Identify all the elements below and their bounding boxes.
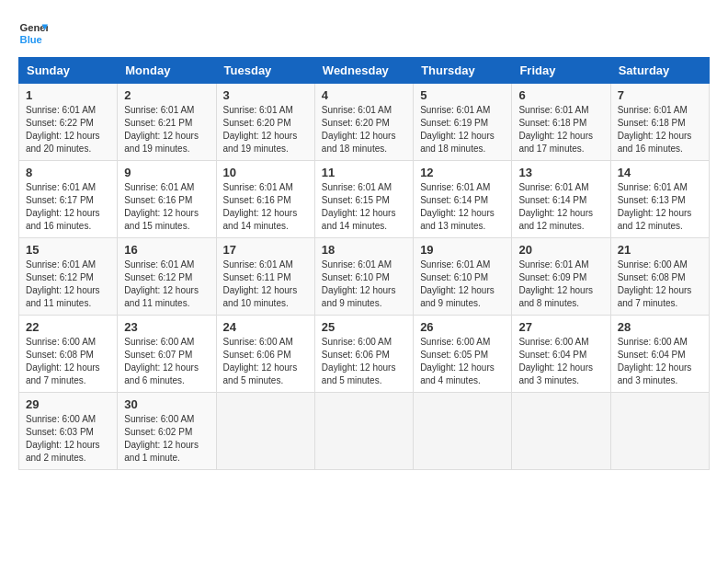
day-detail: Sunrise: 6:01 AMSunset: 6:17 PMDaylight:… [26, 181, 110, 233]
table-row: 29Sunrise: 6:00 AMSunset: 6:03 PMDayligh… [19, 393, 118, 470]
day-number: 2 [124, 88, 209, 102]
col-header-saturday: Saturday [610, 58, 709, 84]
table-row: 15Sunrise: 6:01 AMSunset: 6:12 PMDayligh… [19, 238, 118, 316]
day-detail: Sunrise: 6:01 AMSunset: 6:10 PMDaylight:… [322, 259, 406, 310]
col-header-monday: Monday [118, 58, 216, 84]
week-row: 29Sunrise: 6:00 AMSunset: 6:03 PMDayligh… [19, 393, 710, 470]
day-detail: Sunrise: 6:01 AMSunset: 6:18 PMDaylight:… [618, 104, 702, 155]
day-number: 14 [618, 166, 702, 179]
day-number: 15 [26, 243, 110, 257]
day-detail: Sunrise: 6:01 AMSunset: 6:22 PMDaylight:… [26, 104, 110, 155]
day-detail: Sunrise: 6:01 AMSunset: 6:15 PMDaylight:… [322, 181, 406, 233]
day-detail: Sunrise: 6:01 AMSunset: 6:16 PMDaylight:… [124, 181, 209, 233]
table-row: 18Sunrise: 6:01 AMSunset: 6:10 PMDayligh… [314, 238, 413, 316]
table-row: 5Sunrise: 6:01 AMSunset: 6:19 PMDaylight… [414, 84, 512, 161]
day-number: 30 [124, 397, 209, 411]
table-row: 20Sunrise: 6:01 AMSunset: 6:09 PMDayligh… [512, 238, 610, 316]
day-number: 4 [322, 88, 406, 102]
table-row: 9Sunrise: 6:01 AMSunset: 6:16 PMDaylight… [118, 161, 216, 238]
table-row: 4Sunrise: 6:01 AMSunset: 6:20 PMDaylight… [314, 84, 413, 161]
table-row [610, 393, 709, 470]
table-row: 26Sunrise: 6:00 AMSunset: 6:05 PMDayligh… [414, 316, 512, 393]
table-row: 22Sunrise: 6:00 AMSunset: 6:08 PMDayligh… [19, 316, 118, 393]
day-detail: Sunrise: 6:00 AMSunset: 6:07 PMDaylight:… [124, 336, 209, 387]
day-detail: Sunrise: 6:00 AMSunset: 6:04 PMDaylight:… [618, 336, 702, 387]
day-number: 9 [124, 166, 209, 179]
day-number: 25 [322, 320, 406, 334]
day-number: 13 [518, 166, 603, 179]
table-row: 19Sunrise: 6:01 AMSunset: 6:10 PMDayligh… [414, 238, 512, 316]
day-detail: Sunrise: 6:01 AMSunset: 6:16 PMDaylight:… [223, 181, 308, 233]
table-row: 7Sunrise: 6:01 AMSunset: 6:18 PMDaylight… [610, 84, 709, 161]
day-number: 20 [518, 243, 603, 257]
day-number: 16 [124, 243, 209, 257]
day-detail: Sunrise: 6:01 AMSunset: 6:11 PMDaylight:… [223, 259, 308, 310]
table-row: 28Sunrise: 6:00 AMSunset: 6:04 PMDayligh… [610, 316, 709, 393]
logo-icon: General Blue [18, 18, 48, 48]
day-number: 28 [618, 320, 702, 334]
day-detail: Sunrise: 6:01 AMSunset: 6:12 PMDaylight:… [124, 259, 209, 310]
day-number: 10 [223, 166, 308, 179]
table-row: 3Sunrise: 6:01 AMSunset: 6:20 PMDaylight… [216, 84, 314, 161]
day-number: 18 [322, 243, 406, 257]
calendar-table: SundayMondayTuesdayWednesdayThursdayFrid… [18, 57, 710, 470]
day-number: 21 [618, 243, 702, 257]
table-row [216, 393, 314, 470]
table-row: 25Sunrise: 6:00 AMSunset: 6:06 PMDayligh… [314, 316, 413, 393]
table-row: 14Sunrise: 6:01 AMSunset: 6:13 PMDayligh… [610, 161, 709, 238]
table-row: 16Sunrise: 6:01 AMSunset: 6:12 PMDayligh… [118, 238, 216, 316]
day-number: 11 [322, 166, 406, 179]
table-row: 23Sunrise: 6:00 AMSunset: 6:07 PMDayligh… [118, 316, 216, 393]
table-row: 10Sunrise: 6:01 AMSunset: 6:16 PMDayligh… [216, 161, 314, 238]
col-header-friday: Friday [512, 58, 610, 84]
day-detail: Sunrise: 6:01 AMSunset: 6:14 PMDaylight:… [420, 181, 505, 233]
day-number: 5 [420, 88, 505, 102]
day-detail: Sunrise: 6:01 AMSunset: 6:09 PMDaylight:… [518, 259, 603, 310]
table-row: 27Sunrise: 6:00 AMSunset: 6:04 PMDayligh… [512, 316, 610, 393]
col-header-wednesday: Wednesday [314, 58, 413, 84]
table-row [314, 393, 413, 470]
day-number: 27 [518, 320, 603, 334]
table-row [414, 393, 512, 470]
svg-text:General: General [20, 22, 48, 33]
day-detail: Sunrise: 6:01 AMSunset: 6:12 PMDaylight:… [26, 259, 110, 310]
day-number: 17 [223, 243, 308, 257]
week-row: 8Sunrise: 6:01 AMSunset: 6:17 PMDaylight… [19, 161, 710, 238]
day-detail: Sunrise: 6:00 AMSunset: 6:06 PMDaylight:… [322, 336, 406, 387]
day-number: 19 [420, 243, 505, 257]
day-detail: Sunrise: 6:00 AMSunset: 6:08 PMDaylight:… [618, 259, 702, 310]
table-row: 8Sunrise: 6:01 AMSunset: 6:17 PMDaylight… [19, 161, 118, 238]
table-row: 1Sunrise: 6:01 AMSunset: 6:22 PMDaylight… [19, 84, 118, 161]
table-row: 17Sunrise: 6:01 AMSunset: 6:11 PMDayligh… [216, 238, 314, 316]
table-row: 6Sunrise: 6:01 AMSunset: 6:18 PMDaylight… [512, 84, 610, 161]
svg-text:Blue: Blue [20, 34, 42, 45]
day-number: 6 [518, 88, 603, 102]
day-detail: Sunrise: 6:00 AMSunset: 6:08 PMDaylight:… [26, 336, 110, 387]
table-row: 12Sunrise: 6:01 AMSunset: 6:14 PMDayligh… [414, 161, 512, 238]
day-number: 7 [618, 88, 702, 102]
table-row: 24Sunrise: 6:00 AMSunset: 6:06 PMDayligh… [216, 316, 314, 393]
day-detail: Sunrise: 6:01 AMSunset: 6:18 PMDaylight:… [518, 104, 603, 155]
day-number: 24 [223, 320, 308, 334]
day-detail: Sunrise: 6:00 AMSunset: 6:02 PMDaylight:… [124, 413, 209, 465]
day-detail: Sunrise: 6:01 AMSunset: 6:19 PMDaylight:… [420, 104, 505, 155]
day-detail: Sunrise: 6:01 AMSunset: 6:20 PMDaylight:… [223, 104, 308, 155]
day-detail: Sunrise: 6:01 AMSunset: 6:13 PMDaylight:… [618, 181, 702, 233]
week-row: 22Sunrise: 6:00 AMSunset: 6:08 PMDayligh… [19, 316, 710, 393]
week-row: 1Sunrise: 6:01 AMSunset: 6:22 PMDaylight… [19, 84, 710, 161]
week-row: 15Sunrise: 6:01 AMSunset: 6:12 PMDayligh… [19, 238, 710, 316]
day-detail: Sunrise: 6:00 AMSunset: 6:05 PMDaylight:… [420, 336, 505, 387]
day-number: 22 [26, 320, 110, 334]
table-row: 2Sunrise: 6:01 AMSunset: 6:21 PMDaylight… [118, 84, 216, 161]
logo: General Blue [18, 18, 48, 48]
header: General Blue [18, 18, 710, 48]
day-detail: Sunrise: 6:00 AMSunset: 6:03 PMDaylight:… [26, 413, 110, 465]
day-detail: Sunrise: 6:01 AMSunset: 6:20 PMDaylight:… [322, 104, 406, 155]
table-row: 21Sunrise: 6:00 AMSunset: 6:08 PMDayligh… [610, 238, 709, 316]
table-row: 30Sunrise: 6:00 AMSunset: 6:02 PMDayligh… [118, 393, 216, 470]
day-number: 12 [420, 166, 505, 179]
day-detail: Sunrise: 6:01 AMSunset: 6:10 PMDaylight:… [420, 259, 505, 310]
col-header-sunday: Sunday [19, 58, 118, 84]
day-number: 23 [124, 320, 209, 334]
day-number: 1 [26, 88, 110, 102]
